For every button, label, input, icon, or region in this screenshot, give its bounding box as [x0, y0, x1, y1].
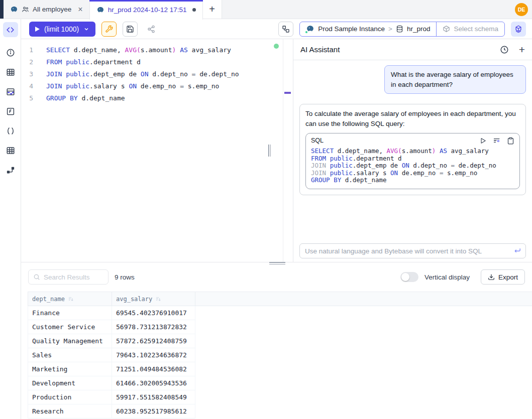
table-cell[interactable]: Quality Management [28, 334, 112, 348]
postgres-icon [10, 6, 18, 14]
table-cell[interactable]: 57872.625912408759 [112, 334, 195, 348]
run-play-icon [35, 27, 40, 32]
sql-editor[interactable]: 12345 SELECT d.dept_name, AVG(s.amount) … [21, 39, 293, 262]
code-language-label: SQL [311, 136, 324, 146]
table-cell[interactable]: Development [28, 376, 112, 390]
table-cell[interactable]: 71251.049484536082 [112, 362, 195, 376]
results-table-wrap: dept_nameavg_salary Finance69545.4023769… [28, 292, 532, 419]
schema-selector[interactable]: Select schema [436, 22, 504, 36]
search-results-input[interactable] [44, 273, 99, 281]
sidebar-item-info[interactable] [6, 48, 16, 58]
horizontal-resize-handle[interactable] [269, 262, 285, 264]
search-results-box[interactable] [28, 269, 109, 285]
instance-database-selector[interactable]: Prod Sample Instance > hr_prod [300, 22, 436, 36]
table-header-row: dept_nameavg_salary [28, 292, 532, 306]
database-name: hr_prod [407, 25, 431, 33]
new-tab-button[interactable]: + [203, 0, 222, 19]
sidebar-item-schema-diagram[interactable] [6, 165, 16, 175]
table-cell[interactable]: Customer Service [28, 320, 112, 334]
user-message-bubble: What is the average salary of employees … [384, 65, 526, 94]
run-query-button[interactable]: (limit 1000) [29, 22, 95, 37]
table-row: Marketing71251.049484536082 [28, 362, 532, 376]
history-clock-icon[interactable] [500, 45, 509, 54]
vertical-display-toggle[interactable] [400, 272, 418, 282]
database-icon [396, 25, 403, 33]
sidebar-item-tables[interactable] [6, 67, 16, 77]
column-header[interactable]: avg_salary [112, 292, 195, 306]
sidebar-item-views[interactable] [6, 146, 16, 156]
wrench-icon [105, 25, 113, 33]
ai-assistant-title: AI Assistant [300, 45, 340, 54]
table-cell[interactable]: Production [28, 390, 112, 404]
format-wrench-button[interactable] [101, 22, 117, 37]
table-cell[interactable]: Marketing [28, 362, 112, 376]
table-cell[interactable]: Finance [28, 306, 112, 320]
save-button[interactable] [123, 22, 138, 37]
table-row: Sales79643.102234636872 [28, 348, 532, 362]
table-row: Research60238.952517985612 [28, 404, 532, 418]
sql-code-snippet: SELECT d.dept_name, AVG(s.amount) AS avg… [306, 146, 519, 189]
vertical-resize-handle[interactable] [268, 145, 272, 157]
results-table: dept_nameavg_salary Finance69545.4023769… [28, 292, 532, 418]
row-filler [195, 362, 532, 376]
postgres-icon [306, 25, 314, 33]
sitemap-icon [282, 25, 290, 33]
run-play-icon[interactable] [479, 137, 487, 145]
schema-layout-button[interactable] [278, 22, 293, 37]
table-cell[interactable]: 59917.551582408549 [112, 390, 195, 404]
copy-icon[interactable] [507, 137, 514, 145]
editor-scrollbar-thumb[interactable] [284, 92, 291, 94]
row-filler [195, 376, 532, 390]
sidebar-item-sql-editor[interactable] [3, 22, 18, 37]
tab-hr-prod[interactable]: hr_prod 2024-10-12 17:51 [89, 0, 203, 20]
sidebar-item-sample-data[interactable] [6, 87, 16, 97]
instance-name: Prod Sample Instance [318, 25, 385, 33]
insert-into-editor-icon[interactable] [493, 136, 501, 145]
sql-code[interactable]: SELECT d.dept_name, AVG(s.amount) AS avg… [46, 44, 239, 104]
table-cell[interactable]: 60238.952517985612 [112, 404, 195, 418]
table-cell[interactable]: 79643.102234636872 [112, 348, 195, 362]
window-corner-strip [0, 0, 4, 19]
editor-toolbar: (limit 1000) Prod Sample Instance [21, 19, 532, 39]
editor-scrollbar[interactable] [283, 39, 293, 262]
row-filler [195, 334, 532, 348]
user-avatar[interactable]: DE [515, 3, 528, 16]
tab-all-employee[interactable]: All employee × [4, 0, 89, 19]
table-cell[interactable]: Research [28, 404, 112, 418]
ai-assistant-toggle-button[interactable] [511, 22, 526, 37]
close-icon[interactable]: × [78, 6, 82, 14]
ai-prompt-input[interactable] [299, 243, 526, 258]
function-icon [6, 107, 15, 116]
line-number-gutter: 12345 [21, 44, 33, 104]
share-button[interactable] [144, 22, 159, 37]
ai-input-row [299, 243, 526, 258]
table-icon [6, 68, 15, 77]
sort-icon[interactable] [68, 296, 74, 302]
row-filler [195, 306, 532, 320]
sort-icon[interactable] [155, 296, 161, 302]
column-header[interactable]: dept_name [28, 292, 112, 306]
postgres-icon [96, 6, 104, 14]
status-dot [305, 31, 308, 34]
info-icon [6, 48, 15, 57]
results-toolbar: 9 rows Vertical display Export [21, 262, 532, 292]
openai-icon [514, 25, 523, 34]
schema-placeholder: Select schema [454, 25, 498, 33]
sidebar-item-procedures[interactable] [6, 126, 16, 136]
results-panel: 9 rows Vertical display Export dept_name… [21, 262, 532, 419]
sidebar-item-functions[interactable] [6, 106, 16, 116]
schema-diagram-icon [6, 166, 15, 175]
enter-return-icon[interactable] [513, 246, 521, 255]
table-cell[interactable]: Sales [28, 348, 112, 362]
new-chat-plus-icon[interactable]: + [519, 44, 525, 55]
table-row: Customer Service56978.731213872832 [28, 320, 532, 334]
table-row: Development61466.302005943536 [28, 376, 532, 390]
table-cell[interactable]: 56978.731213872832 [112, 320, 195, 334]
table-cell[interactable]: 61466.302005943536 [112, 376, 195, 390]
ai-assistant-panel: AI Assistant + What is the average salar… [293, 39, 532, 262]
export-button[interactable]: Export [481, 269, 525, 285]
connection-status-dot [274, 44, 279, 49]
tab-label: hr_prod 2024-10-12 17:51 [108, 6, 187, 14]
sql-code-card: SQL SELECT d.dept_name, AVG(s.amount) [305, 133, 520, 189]
table-cell[interactable]: 69545.402376910017 [112, 306, 195, 320]
